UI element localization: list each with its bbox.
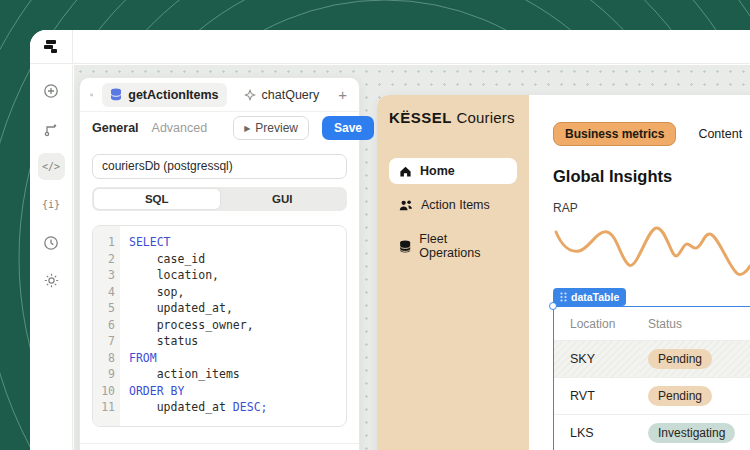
brand-regular: Couriers bbox=[452, 109, 515, 126]
nav-item-home[interactable]: Home bbox=[389, 158, 517, 184]
tab-content[interactable]: Content bbox=[698, 127, 742, 141]
app-brand: KËSSEL Couriers bbox=[389, 109, 517, 126]
app-nav: Home Action Items bbox=[389, 158, 517, 266]
table-body: SKYPendingRVTPendingLKSInvestigatingRVTP… bbox=[554, 341, 750, 450]
gui-mode-tab[interactable]: GUI bbox=[220, 189, 346, 209]
nav-item-fleet-operations[interactable]: Fleet Operations bbox=[389, 226, 517, 266]
sql-gui-toggle: SQL GUI bbox=[92, 187, 347, 211]
content-tabs: Business metrics Content bbox=[553, 122, 750, 146]
database-icon bbox=[399, 240, 411, 253]
table-row[interactable]: RVTPending bbox=[554, 378, 750, 415]
data-table-frame[interactable]: Location Status SKYPendingRVTPendingLKSI… bbox=[553, 306, 750, 450]
retool-logo-icon bbox=[42, 38, 60, 56]
code-lines: SELECT case_id location, sop, updated_at… bbox=[120, 226, 346, 426]
database-icon bbox=[110, 88, 122, 101]
top-bar bbox=[30, 30, 750, 64]
query-tab-bar: getActionItems chatQuery + bbox=[80, 78, 359, 112]
app-builder-window: </> {i} bbox=[30, 30, 750, 450]
table-row[interactable]: LKSInvestigating bbox=[554, 415, 750, 450]
data-table-component: dataTable Location Status bbox=[553, 288, 750, 450]
save-button[interactable]: Save bbox=[322, 116, 374, 140]
nav-item-action-items[interactable]: Action Items bbox=[389, 192, 517, 218]
app-preview: KËSSEL Couriers Home bbox=[377, 95, 750, 450]
app-content: Business metrics Content Global Insights… bbox=[529, 95, 750, 450]
play-icon: ▶ bbox=[244, 124, 250, 133]
resource-select[interactable]: couriersDb (postgressql) bbox=[92, 154, 347, 179]
column-header-location[interactable]: Location bbox=[554, 307, 640, 341]
app-sidebar: KËSSEL Couriers Home bbox=[377, 95, 529, 450]
component-selection-badge[interactable]: dataTable bbox=[553, 288, 626, 306]
resize-handle[interactable] bbox=[549, 302, 557, 310]
menu-icon[interactable] bbox=[90, 89, 93, 101]
screenshot-stage: </> {i} bbox=[0, 0, 750, 450]
query-tab-label: getActionItems bbox=[128, 88, 218, 102]
status-badge: Investigating bbox=[648, 423, 735, 443]
left-icon-rail: </> {i} bbox=[30, 65, 73, 450]
workflow-icon[interactable] bbox=[38, 115, 65, 142]
query-toolbar: General Advanced ▶ Preview Save bbox=[80, 112, 359, 144]
query-editor-panel: getActionItems chatQuery + General Advan… bbox=[79, 77, 360, 450]
status-badge: Pending bbox=[648, 349, 712, 369]
brand-bold: KËSSEL bbox=[389, 109, 452, 126]
add-icon[interactable] bbox=[38, 77, 65, 104]
page-title: Global Insights bbox=[553, 167, 750, 186]
home-icon bbox=[399, 165, 412, 178]
tab-advanced[interactable]: Advanced bbox=[152, 121, 208, 135]
table-row[interactable]: SKYPending bbox=[554, 341, 750, 378]
add-query-tab-button[interactable]: + bbox=[336, 87, 349, 102]
preview-button[interactable]: ▶ Preview bbox=[233, 116, 309, 140]
code-gutter: 1234567891011 bbox=[93, 226, 120, 426]
query-tab-getactionitems[interactable]: getActionItems bbox=[102, 83, 226, 107]
chart-label: RAP bbox=[553, 201, 750, 215]
sql-mode-tab[interactable]: SQL bbox=[94, 189, 220, 209]
panel-divider bbox=[80, 443, 359, 444]
editor-canvas[interactable]: getActionItems chatQuery + General Advan… bbox=[74, 65, 750, 450]
sql-code-editor[interactable]: 1234567891011 SELECT case_id location, s… bbox=[92, 225, 347, 427]
data-table: Location Status SKYPendingRVTPendingLKSI… bbox=[554, 307, 750, 450]
query-tab-label: chatQuery bbox=[262, 88, 320, 102]
sparkle-icon bbox=[244, 89, 256, 101]
drag-handle-icon bbox=[560, 292, 567, 302]
tab-business-metrics[interactable]: Business metrics bbox=[553, 122, 676, 146]
query-tab-chatquery[interactable]: chatQuery bbox=[236, 83, 328, 107]
column-header-status[interactable]: Status bbox=[640, 307, 750, 341]
logo-cell[interactable] bbox=[30, 30, 73, 63]
users-icon bbox=[399, 199, 413, 212]
rap-line-chart[interactable] bbox=[553, 218, 750, 280]
code-icon[interactable]: </> bbox=[38, 153, 65, 180]
state-icon[interactable]: {i} bbox=[38, 191, 65, 218]
history-icon[interactable] bbox=[38, 229, 65, 256]
settings-icon[interactable] bbox=[38, 267, 65, 294]
tab-general[interactable]: General bbox=[92, 121, 139, 135]
status-badge: Pending bbox=[648, 386, 712, 406]
